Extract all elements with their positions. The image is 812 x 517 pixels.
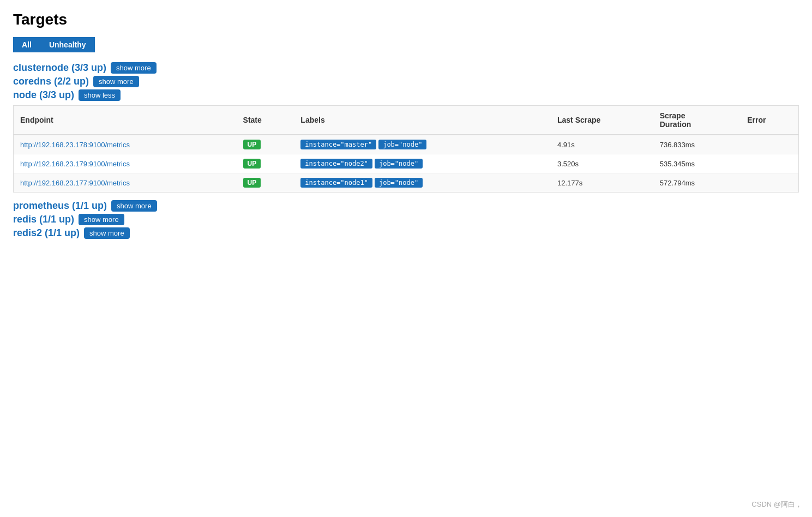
scrape-duration-value: 736.833ms	[653, 135, 741, 154]
error-value	[741, 154, 798, 173]
group-redis-title[interactable]: redis (1/1 up)	[13, 214, 74, 225]
group-clusternode-title[interactable]: clusternode (3/3 up)	[13, 62, 106, 74]
state-badge: UP	[243, 178, 261, 188]
scrape-duration-value: 535.345ms	[653, 154, 741, 173]
endpoint-link[interactable]: http://192.168.23.178:9100/metrics	[20, 141, 130, 149]
page-title: Targets	[13, 11, 799, 28]
filter-unhealthy-button[interactable]: Unhealthy	[40, 37, 95, 52]
label-tag: instance="node1"	[300, 178, 372, 188]
node-targets-table: Endpoint State Labels Last Scrape Scrape…	[14, 106, 798, 192]
group-prometheus-title[interactable]: prometheus (1/1 up)	[13, 200, 107, 212]
groups-list: clusternode (3/3 up) show more coredns (…	[13, 62, 799, 239]
col-last-scrape: Last Scrape	[551, 106, 653, 135]
group-redis: redis (1/1 up) show more	[13, 214, 799, 225]
group-coredns-toggle[interactable]: show more	[93, 76, 139, 87]
group-prometheus: prometheus (1/1 up) show more	[13, 200, 799, 212]
node-targets-table-container: Endpoint State Labels Last Scrape Scrape…	[13, 105, 799, 193]
group-redis2-title[interactable]: redis2 (1/1 up)	[13, 227, 80, 239]
col-state: State	[237, 106, 294, 135]
label-tag: instance="node2"	[300, 159, 372, 169]
endpoint-link[interactable]: http://192.168.23.179:9100/metrics	[20, 160, 130, 168]
filter-bar: All Unhealthy	[13, 37, 799, 52]
group-redis2-toggle[interactable]: show more	[84, 227, 130, 239]
label-tag: instance="master"	[300, 140, 376, 149]
filter-all-button[interactable]: All	[13, 37, 40, 52]
group-node-toggle[interactable]: show less	[79, 89, 121, 101]
error-value	[741, 135, 798, 154]
group-clusternode: clusternode (3/3 up) show more	[13, 62, 799, 74]
table-row: http://192.168.23.179:9100/metricsUPinst…	[14, 154, 798, 173]
col-labels: Labels	[294, 106, 551, 135]
group-coredns-title[interactable]: coredns (2/2 up)	[13, 76, 89, 87]
group-coredns: coredns (2/2 up) show more	[13, 76, 799, 87]
last-scrape-value: 12.177s	[551, 173, 653, 193]
state-badge: UP	[243, 140, 261, 149]
scrape-duration-value: 572.794ms	[653, 173, 741, 193]
table-row: http://192.168.23.177:9100/metricsUPinst…	[14, 173, 798, 193]
label-tag: job="node"	[378, 140, 426, 149]
error-value	[741, 173, 798, 193]
last-scrape-value: 3.520s	[551, 154, 653, 173]
group-prometheus-toggle[interactable]: show more	[111, 200, 157, 212]
label-tag: job="node"	[375, 178, 423, 188]
endpoint-link[interactable]: http://192.168.23.177:9100/metrics	[20, 179, 130, 187]
col-endpoint: Endpoint	[14, 106, 237, 135]
group-node-title[interactable]: node (3/3 up)	[13, 89, 74, 101]
table-row: http://192.168.23.178:9100/metricsUPinst…	[14, 135, 798, 154]
group-clusternode-toggle[interactable]: show more	[111, 62, 157, 74]
last-scrape-value: 4.91s	[551, 135, 653, 154]
group-redis-toggle[interactable]: show more	[79, 214, 124, 225]
col-error: Error	[741, 106, 798, 135]
label-tag: job="node"	[375, 159, 423, 169]
state-badge: UP	[243, 159, 261, 169]
group-node: node (3/3 up) show less	[13, 89, 799, 101]
group-redis2: redis2 (1/1 up) show more	[13, 227, 799, 239]
col-scrape-duration: ScrapeDuration	[653, 106, 741, 135]
